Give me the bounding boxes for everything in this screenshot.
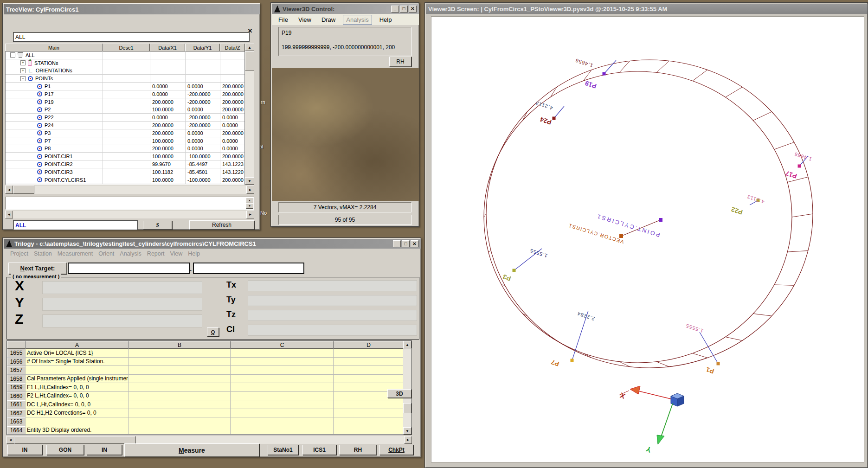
- bottom-button-stano1[interactable]: StaNo1: [268, 445, 298, 455]
- cell-c[interactable]: [231, 426, 334, 435]
- trilogy-titlebar[interactable]: Trilogy - c:\aatemp\asc_\trilogytesting\…: [4, 239, 421, 249]
- point-row[interactable]: POINT.CIR3100.1182-85.4501143.1220: [6, 168, 244, 176]
- scroll-down-icon[interactable]: ▼: [403, 427, 411, 435]
- menu-item-view[interactable]: View: [167, 250, 185, 258]
- cell-b[interactable]: [129, 426, 231, 435]
- scroll-up-icon[interactable]: ▲: [403, 341, 411, 348]
- list-spinner[interactable]: ▲ ▼: [246, 198, 253, 209]
- cell-a[interactable]: Active Ori= LOCAL {ICS 1}: [26, 349, 129, 358]
- sheet-row[interactable]: 1657: [7, 366, 411, 375]
- close-icon[interactable]: ✕: [409, 6, 417, 13]
- cell-b[interactable]: [129, 400, 231, 409]
- spin-down-icon[interactable]: ▼: [246, 203, 253, 209]
- tree-vertical-scrollbar[interactable]: ▲ ▼: [245, 44, 254, 185]
- point-row[interactable]: P19200.0000-200.0000200.0000: [6, 98, 244, 106]
- column-header[interactable]: Data/Y1: [185, 44, 220, 51]
- tree-group-row[interactable]: -POINTs: [6, 75, 244, 83]
- menu-item-project[interactable]: Project: [7, 250, 31, 258]
- column-header[interactable]: Data/X1: [150, 44, 185, 51]
- refresh-button[interactable]: Refresh: [189, 220, 254, 230]
- cell-d[interactable]: [334, 375, 404, 384]
- cell-b[interactable]: [129, 358, 231, 366]
- menu-item-measurement[interactable]: Measurement: [55, 250, 96, 258]
- scroll-down-icon[interactable]: ▼: [245, 177, 254, 185]
- cell-d[interactable]: [334, 358, 404, 366]
- point-row[interactable]: P10.00000.0000200.0000: [6, 83, 244, 90]
- scroll-up-icon[interactable]: ▲: [245, 44, 254, 51]
- sheet-row[interactable]: 1661DC L,Ht,CalIndex= 0, 0, 0: [7, 400, 411, 409]
- point-row[interactable]: POINT.CIR1100.0000-100.0000200.0000: [6, 153, 244, 160]
- cell-c[interactable]: [231, 409, 334, 418]
- sheet-row[interactable]: 1658Cal Parameters Applied (single instr…: [7, 375, 411, 384]
- scroll-left-icon[interactable]: ◄: [6, 436, 14, 444]
- cell-b[interactable]: [129, 375, 231, 384]
- sheet-row[interactable]: 1664Entity 3D Display ordered.: [7, 426, 411, 435]
- scrollbar-thumb[interactable]: [14, 436, 136, 444]
- scroll-left-icon[interactable]: ◄: [5, 186, 13, 194]
- cell-b[interactable]: [129, 366, 231, 375]
- scrollbar-thumb[interactable]: [403, 403, 411, 413]
- sheet-row[interactable]: 1660F2 L,Ht,CalIndex= 0, 0, 0: [7, 392, 411, 401]
- scrollbar-thumb[interactable]: [245, 51, 254, 71]
- next-target-button[interactable]: Next Target:: [8, 263, 67, 274]
- tree-expander-icon[interactable]: -: [20, 76, 26, 81]
- cell-b[interactable]: [129, 417, 231, 426]
- tree-expander-icon[interactable]: +: [20, 68, 26, 73]
- menu-item-report[interactable]: Report: [144, 250, 167, 258]
- cell-c[interactable]: [231, 375, 334, 384]
- scroll-right-icon[interactable]: ►: [246, 211, 254, 218]
- cell-a[interactable]: Entity 3D Display ordered.: [26, 426, 129, 435]
- tree-secondary-list[interactable]: ▲ ▼: [5, 197, 254, 210]
- rh-button[interactable]: RH: [389, 57, 411, 67]
- point-row[interactable]: P2100.00000.0000200.0000: [6, 106, 244, 114]
- spin-up-icon[interactable]: ▲: [246, 198, 253, 203]
- tree-table-header[interactable]: MainDesc1Data/X1Data/Y1Data/Z: [5, 44, 245, 51]
- tree-expander-icon[interactable]: +: [20, 60, 26, 65]
- cell-a[interactable]: [26, 417, 129, 426]
- viewer3d-canvas[interactable]: P191.4656P244.2113P171.4656P224.2113P31.…: [431, 16, 864, 462]
- cell-b[interactable]: [129, 349, 231, 358]
- sheet-column-header[interactable]: C: [231, 341, 334, 349]
- bottom-button-ics1[interactable]: ICS1: [302, 445, 336, 455]
- cell-c[interactable]: [231, 358, 334, 366]
- sheet-column-header[interactable]: B: [129, 341, 231, 349]
- cell-c[interactable]: [231, 417, 334, 426]
- sheet-row[interactable]: 1662DC H1,H2 Corrections= 0, 0: [7, 409, 411, 418]
- sheet-row[interactable]: 1656# Of Insts= Single Total Station.: [7, 358, 411, 366]
- sheet-horizontal-scrollbar[interactable]: ◄ ►: [6, 436, 412, 444]
- next-target-input-2[interactable]: [193, 263, 304, 274]
- point-row[interactable]: POINT.CYLCIRS1100.0000-100.0000200.0000: [6, 176, 244, 184]
- menu-item-station[interactable]: Station: [31, 250, 55, 258]
- column-header[interactable]: Main: [5, 44, 103, 51]
- maximize-icon[interactable]: □: [400, 6, 408, 13]
- minimize-icon[interactable]: _: [393, 240, 401, 247]
- scrollbar-thumb[interactable]: [13, 186, 34, 194]
- cell-d[interactable]: [334, 409, 404, 418]
- cell-c[interactable]: [231, 400, 334, 409]
- tree-filter-input[interactable]: [13, 32, 249, 41]
- tree-horizontal-scrollbar-2[interactable]: ◄ ►: [5, 211, 254, 218]
- scroll-right-icon[interactable]: ►: [404, 436, 412, 444]
- menu-item-draw[interactable]: Draw: [319, 15, 338, 24]
- cell-a[interactable]: Cal Parameters Applied (single instrumen…: [26, 375, 129, 384]
- scroll-left-icon[interactable]: ◄: [5, 211, 13, 218]
- report-spreadsheet[interactable]: ABCD1655Active Ori= LOCAL {ICS 1}1656# O…: [6, 340, 412, 435]
- tree-group-row[interactable]: -ALL: [6, 51, 244, 59]
- tree-table-body[interactable]: -ALL+STATIONs+∟ORIENTATIONs-POINTsP10.00…: [5, 51, 245, 185]
- cell-a[interactable]: DC L,Ht,CalIndex= 0, 0, 0: [26, 400, 129, 409]
- bottom-button-gon[interactable]: GON: [46, 445, 84, 455]
- s-button[interactable]: S: [143, 221, 172, 230]
- viewer3d-screen-titlebar[interactable]: Viewer3D Screen: | CylFromCircs1_PStoVie…: [426, 4, 868, 14]
- cell-b[interactable]: [129, 383, 231, 392]
- bottom-button-in-2[interactable]: IN: [87, 445, 122, 455]
- cell-a[interactable]: # Of Insts= Single Total Station.: [26, 358, 129, 366]
- minimize-icon[interactable]: _: [391, 6, 399, 13]
- point-row[interactable]: P8200.00000.00000.0000: [6, 145, 244, 153]
- cell-b[interactable]: [129, 392, 231, 401]
- sheet-vertical-scrollbar[interactable]: ▲ ▼: [403, 341, 411, 435]
- q-button[interactable]: Q: [207, 327, 219, 336]
- viewer3d-control-titlebar[interactable]: Viewer3D Control: _ □ ✕: [272, 4, 419, 14]
- cell-b[interactable]: [129, 409, 231, 418]
- point-row[interactable]: P24200.0000-200.00000.0000: [6, 122, 244, 129]
- cell-c[interactable]: [231, 383, 334, 392]
